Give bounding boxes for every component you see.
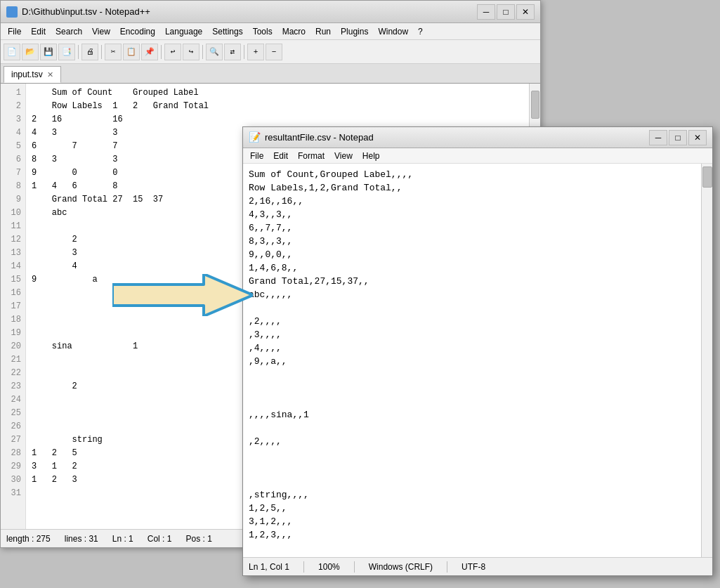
menu-run[interactable]: Run bbox=[311, 25, 335, 38]
np-editor-line: abc,,,,, bbox=[249, 288, 707, 301]
np-editor-line: 4,3,,3,, bbox=[249, 208, 707, 221]
np-menu-edit[interactable]: Edit bbox=[269, 150, 292, 162]
line-number: 24 bbox=[5, 393, 21, 407]
line-number: 12 bbox=[5, 233, 21, 247]
line-number: 16 bbox=[5, 287, 21, 300]
editor-line: Row Labels 1 2 Grand Total bbox=[32, 100, 523, 113]
line-number: 21 bbox=[5, 353, 21, 367]
line-number: 23 bbox=[5, 380, 21, 393]
npp-titlebar: D:\Github\input.tsv - Notepad++ ─ □ ✕ bbox=[1, 1, 540, 23]
np-maximize-button[interactable]: □ bbox=[669, 130, 687, 145]
status-lines: lines : 31 bbox=[65, 534, 98, 544]
minimize-button[interactable]: ─ bbox=[477, 4, 495, 20]
np-editor-line: 1,4,6,8,, bbox=[249, 261, 707, 275]
toolbar-separator-3 bbox=[161, 45, 162, 59]
line-number: 7 bbox=[5, 166, 21, 180]
tab-label: input.tsv bbox=[11, 70, 43, 79]
menu-language[interactable]: Language bbox=[161, 25, 207, 38]
menu-help[interactable]: ? bbox=[414, 25, 427, 38]
status-ln: Ln : 1 bbox=[112, 534, 133, 544]
toolbar-saveall[interactable]: 📑 bbox=[58, 44, 75, 60]
np-editor-line bbox=[249, 422, 707, 435]
np-statusbar: Ln 1, Col 1 100% Windows (CRLF) UTF-8 bbox=[243, 557, 712, 575]
np-menu-file[interactable]: File bbox=[246, 150, 268, 162]
toolbar-replace[interactable]: ⇄ bbox=[224, 44, 241, 60]
np-menu-format[interactable]: Format bbox=[294, 150, 329, 162]
menu-window[interactable]: Window bbox=[374, 25, 412, 38]
line-number: 26 bbox=[5, 420, 21, 433]
np-editor-line: ,9,,a,, bbox=[249, 355, 707, 368]
close-button[interactable]: ✕ bbox=[516, 4, 535, 20]
npp-toolbar: 📄 📂 💾 📑 🖨 ✂ 📋 📌 ↩ ↪ 🔍 ⇄ + − bbox=[1, 40, 540, 64]
arrow-container bbox=[112, 274, 253, 316]
toolbar-zoom-in[interactable]: + bbox=[247, 44, 264, 60]
toolbar-redo[interactable]: ↪ bbox=[183, 44, 199, 60]
toolbar-copy[interactable]: 📋 bbox=[123, 44, 140, 60]
np-status-zoom: 100% bbox=[318, 562, 340, 572]
menu-edit[interactable]: Edit bbox=[27, 25, 50, 38]
status-col: Col : 1 bbox=[148, 534, 172, 544]
np-editor-line: 8,3,,3,, bbox=[249, 235, 707, 248]
arrow-icon bbox=[112, 274, 253, 316]
toolbar-cut[interactable]: ✂ bbox=[105, 44, 122, 60]
np-editor-content[interactable]: Sum of Count,Grouped Label,,,,Row Labels… bbox=[243, 164, 712, 557]
maximize-button[interactable]: □ bbox=[497, 4, 515, 20]
status-length: length : 275 bbox=[6, 534, 51, 544]
toolbar-undo[interactable]: ↩ bbox=[164, 44, 181, 60]
line-number: 27 bbox=[5, 433, 21, 447]
svg-marker-0 bbox=[112, 274, 253, 316]
np-editor-line: ,string,,,, bbox=[249, 488, 707, 502]
tab-close-icon[interactable]: ✕ bbox=[47, 70, 53, 79]
np-editor-line: ,,,,sina,,1 bbox=[249, 408, 707, 422]
line-number: 6 bbox=[5, 153, 21, 166]
np-editor-line bbox=[249, 395, 707, 408]
np-editor-line bbox=[249, 475, 707, 488]
toolbar-save[interactable]: 💾 bbox=[40, 44, 57, 60]
npp-window-controls: ─ □ ✕ bbox=[477, 4, 535, 20]
np-editor-line: Grand Total,27,15,37,, bbox=[249, 275, 707, 288]
menu-encoding[interactable]: Encoding bbox=[116, 25, 159, 38]
np-editor-line: ,3,,,, bbox=[249, 328, 707, 341]
menu-macro[interactable]: Macro bbox=[278, 25, 310, 38]
menu-file[interactable]: File bbox=[4, 25, 25, 38]
np-scrollbar-thumb[interactable] bbox=[702, 166, 712, 188]
np-editor-line: 3,1,2,,, bbox=[249, 515, 707, 528]
np-menu-help[interactable]: Help bbox=[358, 150, 384, 162]
np-close-button[interactable]: ✕ bbox=[688, 130, 707, 145]
npp-line-numbers: 1234567891011121314151617181920212223242… bbox=[1, 84, 26, 529]
np-menu-view[interactable]: View bbox=[330, 150, 357, 162]
np-status-encoding: UTF-8 bbox=[462, 562, 485, 572]
np-window-controls: ─ □ ✕ bbox=[649, 130, 707, 145]
toolbar-print[interactable]: 🖨 bbox=[81, 44, 98, 60]
menu-settings[interactable]: Settings bbox=[208, 25, 247, 38]
toolbar-find[interactable]: 🔍 bbox=[206, 44, 223, 60]
line-number: 9 bbox=[5, 193, 21, 207]
menu-tools[interactable]: Tools bbox=[249, 25, 277, 38]
np-editor-line: Sum of Count,Grouped Label,,,, bbox=[249, 168, 707, 181]
toolbar-zoom-out[interactable]: − bbox=[266, 44, 282, 60]
line-number: 25 bbox=[5, 407, 21, 420]
np-editor-line: Row Labels,1,2,Grand Total,, bbox=[249, 181, 707, 195]
line-number: 8 bbox=[5, 180, 21, 193]
line-number: 14 bbox=[5, 260, 21, 273]
np-minimize-button[interactable]: ─ bbox=[649, 130, 667, 145]
np-status-lncol: Ln 1, Col 1 bbox=[249, 562, 289, 572]
toolbar-paste[interactable]: 📌 bbox=[141, 44, 158, 60]
toolbar-open[interactable]: 📂 bbox=[22, 44, 39, 60]
line-number: 22 bbox=[5, 367, 21, 380]
menu-search[interactable]: Search bbox=[51, 25, 86, 38]
toolbar-separator-1 bbox=[78, 45, 79, 59]
np-titlebar: 📝 resultantFile.csv - Notepad ─ □ ✕ bbox=[243, 127, 712, 148]
tab-input-tsv[interactable]: input.tsv ✕ bbox=[4, 66, 61, 83]
toolbar-separator-4 bbox=[202, 45, 203, 59]
menu-plugins[interactable]: Plugins bbox=[336, 25, 372, 38]
line-number: 4 bbox=[5, 126, 21, 140]
npp-scrollbar-thumb[interactable] bbox=[531, 91, 539, 119]
np-status-lineending: Windows (CRLF) bbox=[369, 562, 433, 572]
toolbar-new[interactable]: 📄 bbox=[4, 44, 20, 60]
np-scrollbar[interactable] bbox=[701, 164, 712, 557]
line-number: 18 bbox=[5, 313, 21, 327]
editor-line: 2 16 16 bbox=[32, 113, 523, 126]
np-status-div3 bbox=[447, 561, 447, 573]
menu-view[interactable]: View bbox=[88, 25, 114, 38]
